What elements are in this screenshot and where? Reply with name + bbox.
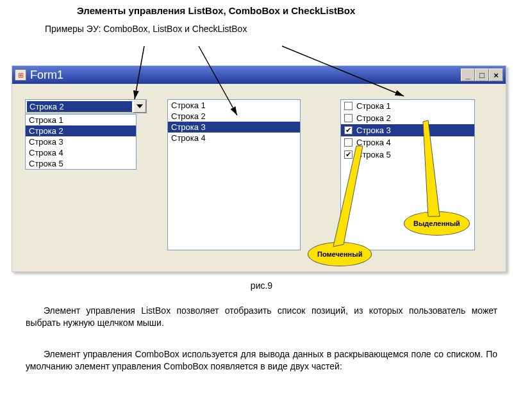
form-window: ⊞ Form1 _ □ × Строка 2 Строка 1Строка 2С… [12, 65, 506, 272]
listbox-item[interactable]: Строка 4 [168, 133, 300, 143]
checklist-item[interactable]: Строка 1 [341, 100, 474, 112]
maximize-button[interactable]: □ [475, 69, 489, 81]
checklist-item-label: Строка 1 [356, 101, 391, 111]
combobox-head[interactable]: Строка 2 [25, 99, 147, 113]
checklist-item-label: Строка 5 [356, 150, 391, 159]
figure-caption: рис.9 [0, 280, 523, 291]
page-title: Элементы управления ListBox, ComboBox и … [77, 5, 485, 16]
chevron-down-icon [137, 104, 143, 108]
app-icon: ⊞ [15, 69, 26, 81]
checklist-item-label: Строка 2 [356, 113, 391, 123]
checklist-item[interactable]: Строка 2 [341, 112, 474, 124]
page-subtitle: Примеры ЭУ: ComboBox, ListBox и CheckLis… [45, 24, 485, 34]
checkbox-icon[interactable] [344, 102, 353, 110]
combobox-item[interactable]: Строка 4 [26, 147, 136, 158]
combobox-item[interactable]: Строка 2 [26, 125, 136, 136]
close-button[interactable]: × [489, 69, 503, 81]
paragraph-2: Элемент управления ComboBox используется… [26, 348, 497, 373]
listbox-item[interactable]: Строка 1 [168, 100, 300, 111]
window-title: Form1 [30, 69, 461, 82]
combobox-list[interactable]: Строка 1Строка 2Строка 3Строка 4Строка 5 [25, 114, 137, 170]
callout-selected: Выделенный [404, 211, 470, 236]
combobox-item[interactable]: Строка 3 [26, 136, 136, 147]
title-bar: ⊞ Form1 _ □ × [12, 66, 506, 84]
combobox-selected: Строка 2 [27, 101, 132, 112]
checkbox-icon[interactable]: ✔ [344, 126, 353, 134]
checkbox-icon[interactable] [344, 138, 353, 147]
checkbox-icon[interactable] [344, 114, 353, 122]
window-buttons: _ □ × [461, 69, 503, 81]
combobox-item[interactable]: Строка 5 [26, 158, 136, 169]
paragraph-1: Элемент управления ListBox позволяет ото… [26, 305, 497, 329]
combobox-item[interactable]: Строка 1 [26, 115, 136, 125]
checklist-item-label: Строка 3 [356, 125, 391, 135]
listbox-item[interactable]: Строка 2 [168, 111, 300, 122]
form-client-area: Строка 2 Строка 1Строка 2Строка 3Строка … [12, 84, 506, 271]
callout-marked: Помеченный [308, 242, 372, 266]
checklist-item[interactable]: ✔Строка 5 [341, 149, 474, 161]
combobox-dropdown-button[interactable] [133, 100, 146, 113]
listbox[interactable]: Строка 1Строка 2Строка 3Строка 4 [167, 99, 301, 250]
checklist-item-label: Строка 4 [356, 138, 391, 147]
checkbox-icon[interactable]: ✔ [344, 150, 353, 159]
checklist-item[interactable]: ✔Строка 3 [341, 124, 474, 136]
listbox-item[interactable]: Строка 3 [168, 122, 300, 133]
combobox[interactable]: Строка 2 Строка 1Строка 2Строка 3Строка … [25, 99, 147, 113]
minimize-button[interactable]: _ [461, 69, 475, 81]
checklist-item[interactable]: Строка 4 [341, 136, 474, 149]
